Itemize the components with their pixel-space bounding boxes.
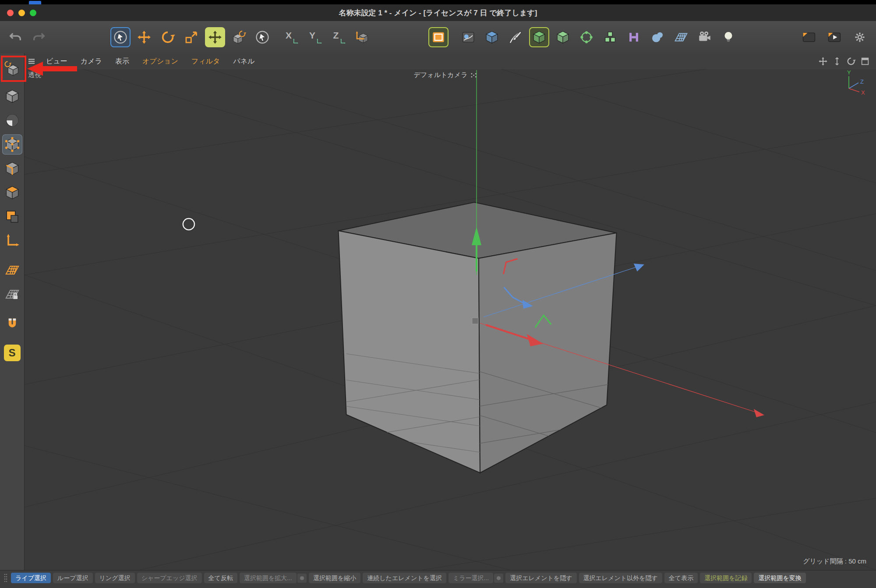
deformer-button[interactable] (647, 27, 668, 47)
add-cube-button[interactable] (482, 27, 502, 47)
fullscreen-button[interactable] (30, 10, 36, 16)
mini-axis-icon (292, 38, 299, 45)
undo-icon (8, 30, 23, 45)
convert-selection-button[interactable]: 選択範囲を変換 (754, 573, 805, 583)
settings-gear-button[interactable] (850, 27, 870, 47)
s-badge: S (4, 345, 21, 361)
modeling-object-button[interactable] (576, 27, 597, 47)
menu-camera[interactable]: カメラ (74, 57, 109, 66)
select-connected-button[interactable]: 連続したエレメントを選択 (363, 573, 446, 583)
lock-x-button[interactable]: X (280, 27, 300, 47)
axis-x-label: X (286, 30, 292, 41)
magnet-icon (4, 317, 20, 332)
texture-axis-icon (4, 209, 20, 225)
loop-selection-button[interactable]: ループ選択 (53, 573, 93, 583)
live-selection-tool[interactable] (110, 27, 131, 47)
render-region-icon (802, 30, 816, 45)
render-shortcut-group (799, 27, 870, 47)
volume-button[interactable] (600, 27, 620, 47)
lock-workplane-button[interactable] (2, 284, 22, 304)
snap-settings-button[interactable] (2, 314, 22, 334)
toggle-view-icon[interactable] (860, 56, 870, 66)
mini-axis-icon (316, 38, 322, 45)
enable-axis-tool[interactable] (229, 27, 249, 47)
drag-grip[interactable] (4, 573, 8, 583)
render-settings-button[interactable] (458, 27, 478, 47)
move-icon (137, 30, 152, 45)
hide-unselected-button[interactable]: 選択エレメント以外を隠す (579, 573, 662, 583)
object-axis-center[interactable] (472, 318, 478, 324)
render-region-button[interactable] (799, 27, 819, 47)
cursor-ring (182, 218, 195, 231)
camera-label-row[interactable]: デフォルトカメラ (414, 71, 477, 79)
menu-filter[interactable]: フィルタ (185, 57, 227, 66)
light-button[interactable] (718, 27, 738, 47)
axis-lock-group: X Y Z (280, 27, 348, 47)
menu-panel[interactable]: パネル (226, 57, 261, 66)
selection-tool[interactable] (252, 27, 272, 47)
render-view-button[interactable] (428, 27, 449, 47)
coordinate-system-icon (355, 30, 370, 45)
macos-menubar-remnant (0, 0, 876, 4)
gear-icon[interactable] (494, 574, 503, 583)
texture-axis-mode-button[interactable] (2, 207, 22, 227)
object-group (428, 27, 738, 47)
axis-orientation-widget: Y Z X (834, 69, 868, 96)
undo-button[interactable] (5, 27, 25, 47)
grow-selection-button[interactable]: 選択範囲を拡大... (240, 573, 297, 583)
rotate-tool[interactable] (158, 27, 178, 47)
live-selection-icon (113, 30, 128, 45)
camera-button[interactable] (695, 27, 715, 47)
generator-button[interactable] (553, 27, 573, 47)
spline-pen-button[interactable] (505, 27, 526, 47)
invert-all-button[interactable]: 全て反転 (204, 573, 237, 583)
lock-z-button[interactable]: Z (328, 27, 348, 47)
enable-axis-mode-button[interactable] (2, 231, 22, 251)
polygons-mode-icon (4, 185, 20, 201)
points-mode-icon (4, 137, 20, 152)
selection-command-bar: ライブ選択 ループ選択 リング選択 シャープエッジ選択 全て反転 選択範囲を拡大… (0, 570, 876, 588)
show-all-button[interactable]: 全て表示 (664, 573, 698, 583)
scale-tool[interactable] (181, 27, 201, 47)
auto-snap-button[interactable]: S (2, 343, 22, 363)
menu-display[interactable]: 表示 (109, 57, 136, 66)
model-mode-button[interactable] (2, 86, 22, 106)
sharp-edge-selection-button[interactable]: シャープエッジ選択 (137, 573, 202, 583)
points-mode-button[interactable] (2, 134, 22, 155)
gear-icon[interactable] (297, 574, 307, 583)
subdivision-surface-button[interactable] (529, 27, 549, 47)
move-tool[interactable] (134, 27, 154, 47)
close-button[interactable] (7, 10, 14, 16)
symmetry-button[interactable] (624, 27, 644, 47)
pan-view-icon[interactable] (818, 56, 828, 66)
lock-y-button[interactable]: Y (304, 27, 324, 47)
record-selection-button[interactable]: 選択範囲を記録 (700, 573, 752, 583)
minimize-button[interactable] (18, 10, 25, 16)
edges-mode-button[interactable] (2, 158, 22, 179)
hide-selected-button[interactable]: 選択エレメントを隠す (505, 573, 576, 583)
viewport-nav-icons (818, 56, 870, 66)
render-queue-button[interactable] (824, 27, 844, 47)
ring-selection-button[interactable]: リング選択 (95, 573, 135, 583)
axis-y-label: Y (847, 69, 851, 76)
shrink-selection-button[interactable]: 選択範囲を縮小 (309, 573, 360, 583)
workplane-mode-button[interactable] (2, 260, 22, 280)
live-selection-button[interactable]: ライブ選択 (11, 573, 51, 583)
polygons-mode-button[interactable] (2, 183, 22, 203)
axis-icon (4, 233, 20, 249)
redo-button[interactable] (29, 27, 49, 47)
environment-button[interactable] (671, 27, 691, 47)
coordinate-system-toggle[interactable] (352, 27, 372, 47)
mirror-selection-button[interactable]: ミラー選択... (449, 573, 493, 583)
texture-mode-button[interactable] (2, 110, 22, 130)
rotate-view-icon[interactable] (846, 56, 856, 66)
menu-options[interactable]: オプション (136, 57, 185, 66)
current-tool-move[interactable] (205, 27, 225, 47)
camera-label: デフォルトカメラ (414, 71, 468, 79)
camera-dots-icon[interactable] (470, 73, 477, 78)
history-group (5, 27, 49, 47)
floor-grid-icon (674, 30, 689, 45)
dolly-view-icon[interactable] (832, 56, 842, 66)
viewport-3d[interactable]: 透視 デフォルトカメラ Y Z X グリッド間隔 : 50 cm (25, 69, 876, 570)
cube-icon (484, 30, 499, 45)
